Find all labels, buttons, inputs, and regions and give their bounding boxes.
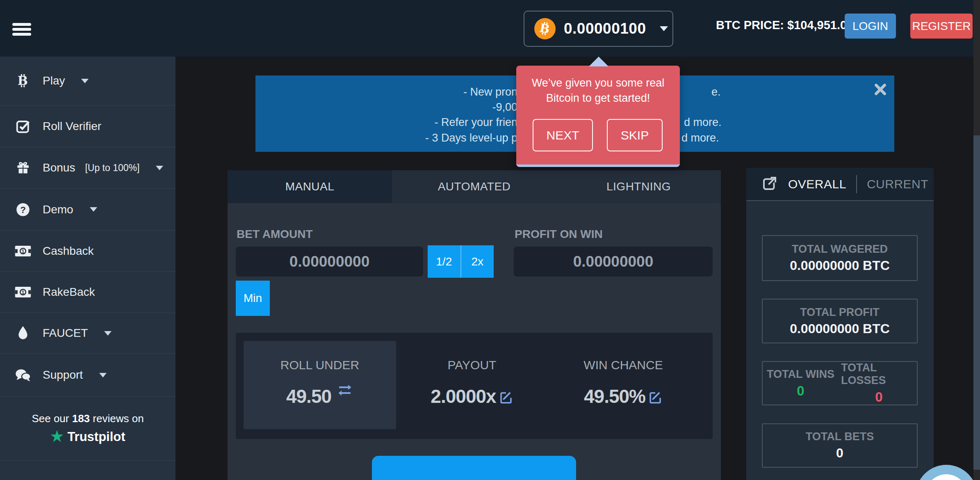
sidebar-item-label: RakeBack [43,286,95,299]
sidebar: B Play Roll Verifier [0,57,175,480]
trustpilot-reviews-link[interactable]: See our 183 reviews on Trustpilot [0,397,175,461]
sidebar-item-label: Demo [43,203,73,216]
swap-over-under-icon[interactable] [336,382,353,400]
banner-line1-right: e. [711,85,721,100]
popup-message: We’ve given you some real Bitcoin to get… [516,75,680,106]
question-circle-icon: ? [13,202,33,217]
edit-win-chance-icon[interactable] [648,390,663,407]
total-wagered-box: TOTAL WAGERED 0.00000000 BTC [762,235,918,281]
banknote-icon: 1 [13,286,33,298]
popup-arrow-up-icon [589,57,609,66]
svg-text:1: 1 [22,290,25,295]
top-bar: B 0.00000100 BTC PRICE: $104,951.00 LOGI… [0,0,980,57]
banknote-icon: 1 [13,245,33,257]
sidebar-item-demo[interactable]: ? Demo [0,189,175,231]
total-losses-value: 0 [875,389,882,405]
edit-payout-icon[interactable] [499,390,513,407]
total-bets-label: TOTAL BETS [806,430,874,443]
betting-panel: BET AMOUNT 0.00000000 1/2 2x Min PROFIT … [228,203,721,480]
banner-line3-left: - Refer your frien [434,115,517,130]
bet-mode-tabs: MANUAL AUTOMATED LIGHTNING [228,170,721,203]
min-bet-button[interactable]: Min [236,281,270,316]
review-count: 183 [72,412,90,425]
sidebar-item-rakeback[interactable]: 1 RakeBack [0,272,175,313]
roll-under-value: 49.50 [286,385,331,407]
hamburger-menu-icon[interactable] [12,23,31,35]
checkbox-check-icon [13,119,33,134]
sidebar-item-play[interactable]: B Play [0,57,175,105]
chevron-down-icon [81,79,89,83]
login-button[interactable]: LOGIN [845,14,896,39]
wins-losses-box: TOTAL WINS 0 TOTAL LOSSES 0 [762,361,918,405]
sidebar-item-label: FAUCET [43,327,88,340]
dice-settings-panel: ROLL UNDER 49.50 PAYOUT [236,333,713,439]
stats-tab-current[interactable]: CURRENT [867,177,928,191]
svg-text:?: ? [20,204,26,215]
sidebar-item-bonus[interactable]: Bonus [Up to 100%] [0,147,175,189]
bet-amount-label: BET AMOUNT [237,228,313,241]
total-wins-label: TOTAL WINS [767,368,834,381]
roll-under-box: ROLL UNDER 49.50 [244,341,396,429]
bitcoin-coin-icon: B [534,18,556,39]
total-profit-box: TOTAL PROFIT 0.00000000 BTC [762,299,918,343]
sidebar-item-roll-verifier[interactable]: Roll Verifier [0,105,175,147]
payout-label: PAYOUT [415,358,529,372]
tab-lightning[interactable]: LIGHTNING [556,170,721,203]
next-button[interactable]: NEXT [533,119,593,151]
payout-column: PAYOUT 2.0000x [415,333,529,439]
payout-value: 2.0000x [431,385,496,407]
skip-button[interactable]: SKIP [607,119,663,151]
balance-amount: 0.00000100 [564,20,646,37]
divider [856,175,857,193]
chevron-down-icon [90,207,97,212]
banner-line3-right: d more. [684,115,722,130]
hamburger-bar [12,23,31,26]
trustpilot-brand: Trustpilot [67,430,125,444]
chevron-down-icon [156,166,163,170]
sidebar-item-label: Roll Verifier [43,120,101,133]
sidebar-item-support[interactable]: Support [0,354,175,397]
scrollbar[interactable] [973,0,980,480]
register-button[interactable]: REGISTER [910,14,973,39]
win-chance-column: WIN CHANCE 49.50% [566,333,681,439]
stats-panel: OVERALL CURRENT TOTAL WAGERED 0.00000000… [746,168,934,480]
win-chance-label: WIN CHANCE [566,358,681,372]
sidebar-item-label: Cashback [43,245,94,258]
win-chance-value: 49.50% [584,385,645,407]
total-wins-value: 0 [797,383,804,399]
total-bets-box: TOTAL BETS 0 [762,423,918,468]
tab-automated[interactable]: AUTOMATED [392,170,556,203]
trustpilot-review-text: See our 183 reviews on [32,412,144,425]
close-icon[interactable] [873,82,888,97]
btc-price-label: BTC PRICE: $104,951.00 [716,18,853,32]
banner-line4-left: - 3 Days level-up p [425,130,517,146]
banner-line1-left: - New pron [463,85,517,100]
chevron-down-icon [99,373,107,377]
sidebar-item-label: Play [43,74,65,87]
profit-on-win-input[interactable]: 0.00000000 [514,247,713,277]
stats-header: OVERALL CURRENT [746,168,934,201]
balance-dropdown-button[interactable]: B 0.00000100 [524,11,673,47]
water-drop-icon [13,325,33,341]
hamburger-bar [12,33,31,36]
total-profit-value: 0.00000000 BTC [790,321,890,336]
sidebar-item-cashback[interactable]: 1 Cashback [0,231,175,272]
double-bet-button[interactable]: 2x [461,245,494,278]
scrollbar-thumb[interactable] [973,135,980,470]
chat-widget-inner [925,474,968,480]
profit-on-win-label: PROFIT ON WIN [515,228,603,241]
sidebar-item-suffix: [Up to 100%] [85,162,139,174]
chat-bubbles-icon [13,368,33,382]
stats-tab-overall[interactable]: OVERALL [788,177,846,191]
share-stats-icon[interactable] [761,175,778,194]
sidebar-item-label: Bonus [43,161,75,174]
sidebar-item-faucet[interactable]: FAUCET [0,313,175,354]
roll-button[interactable] [372,456,576,480]
tab-manual[interactable]: MANUAL [228,170,392,203]
gift-icon [13,160,33,175]
bitcoin-dice-app: B 0.00000100 BTC PRICE: $104,951.00 LOGI… [0,0,980,480]
bet-modifier-buttons: 1/2 2x [428,245,494,278]
trustpilot-star-icon [50,429,64,445]
bet-amount-input[interactable]: 0.00000000 [236,247,423,277]
half-bet-button[interactable]: 1/2 [428,245,461,278]
